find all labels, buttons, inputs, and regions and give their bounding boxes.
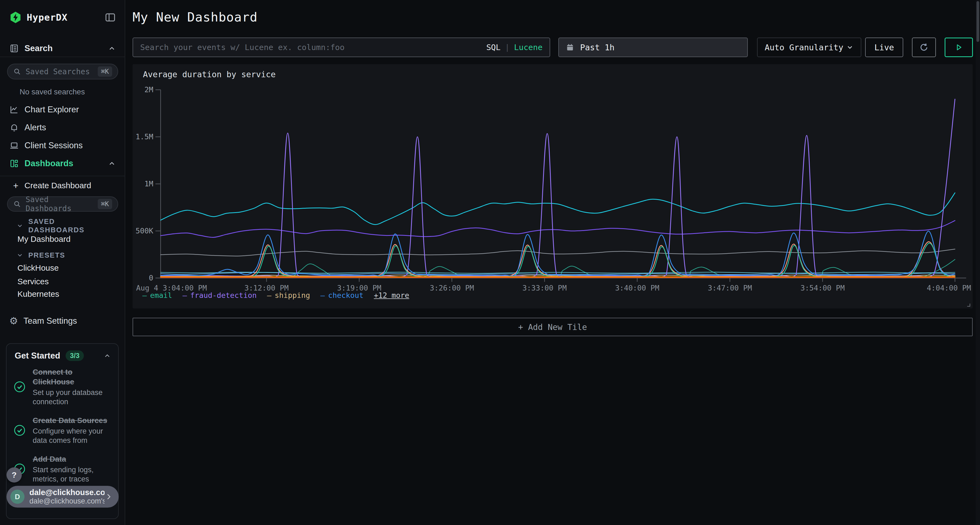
x-tick-label: 3:47:00 PM: [708, 284, 752, 292]
hyperdx-logo-icon: [9, 11, 22, 24]
chevron-up-icon[interactable]: [108, 159, 116, 168]
scrollbar-thumb[interactable]: [977, 1, 979, 42]
collapse-sidebar-icon[interactable]: [105, 12, 116, 23]
saved-searches-placeholder: Saved Searches: [25, 67, 98, 76]
journal-icon: [9, 43, 19, 53]
legend-label: fraud-detection: [190, 291, 257, 300]
team-settings-label: Team Settings: [24, 316, 77, 326]
event-search-input[interactable]: Search your events w/ Lucene ex. column:…: [132, 38, 550, 57]
chevron-up-icon[interactable]: [108, 44, 116, 52]
series-checkout: [161, 231, 955, 276]
get-started-header[interactable]: Get Started 3/3: [15, 351, 111, 361]
live-button[interactable]: Live: [865, 38, 903, 57]
legend-swatch: —: [183, 291, 187, 300]
sidebar-item-client-sessions[interactable]: Client Sessions: [0, 137, 125, 154]
logo-row: HyperDX: [0, 10, 125, 25]
legend-item[interactable]: —checkout: [320, 291, 363, 300]
gear-icon: ⚙: [9, 315, 18, 327]
series-unlabeled: [161, 249, 955, 256]
app-title: HyperDX: [27, 12, 105, 23]
sidebar-section-search[interactable]: Search: [0, 40, 125, 57]
get-started-item[interactable]: Add DataStart sending logs,metrics, or t…: [14, 454, 113, 484]
search-icon: [13, 200, 21, 208]
chevron-right-icon: [105, 493, 113, 501]
y-tick-label: 1.5M: [135, 132, 153, 141]
y-tick-label: 1M: [144, 179, 153, 188]
sidebar-item-clickhouse[interactable]: ClickHouse: [0, 262, 125, 274]
dashboard-tile[interactable]: Average duration by service 0500K1M1.5M2…: [132, 64, 973, 308]
event-search-placeholder: Search your events w/ Lucene ex. column:…: [140, 43, 486, 52]
series-unlabeled: [161, 193, 955, 225]
legend-item[interactable]: —shipping: [267, 291, 310, 300]
check-circle-icon: [14, 424, 25, 436]
section-saved-dashboards[interactable]: SAVED DASHBOARDS: [0, 219, 125, 232]
legend-item[interactable]: —fraud-detection: [183, 291, 257, 300]
get-started-title: Get Started: [15, 351, 60, 361]
sidebar: HyperDX Search Saved Se: [0, 0, 125, 525]
add-new-tile-button[interactable]: + Add New Tile: [132, 318, 973, 336]
legend-label: email: [150, 291, 172, 300]
sidebar-item-alerts[interactable]: Alerts: [0, 119, 125, 136]
sidebar-item-dashboards[interactable]: Dashboards: [0, 155, 125, 172]
saved-dashboards-placeholder: Saved Dashboards: [25, 195, 98, 213]
sidebar-item-chart-explorer[interactable]: Chart Explorer: [0, 101, 125, 118]
run-query-button[interactable]: [945, 38, 973, 57]
get-started-item-text: Add DataStart sending logs,metrics, or t…: [33, 454, 113, 484]
section-presets[interactable]: PRESETS: [0, 249, 125, 262]
no-saved-searches-text: No saved searches: [0, 87, 125, 97]
granularity-select[interactable]: Auto Granularity: [757, 38, 861, 57]
get-started-item-desc: Start sending logs,metrics, or traces: [33, 465, 113, 484]
create-dashboard-button[interactable]: + Create Dashboard: [0, 178, 125, 193]
legend-swatch: —: [320, 291, 325, 300]
get-started-item[interactable]: Connect toClickHouseSet up your database…: [14, 367, 113, 406]
user-org: dale@clickhouse.com's: [29, 497, 105, 505]
x-tick-label: 4:04:00 PM: [927, 284, 971, 292]
get-started-item-desc: Set up your databaseconnection: [33, 388, 113, 406]
sql-toggle[interactable]: SQL: [486, 43, 500, 52]
time-range-picker[interactable]: Past 1h: [558, 38, 748, 57]
get-started-item-text: Connect toClickHouseSet up your database…: [33, 367, 113, 406]
sidebar-item-label: Client Sessions: [24, 141, 116, 151]
legend-more-link[interactable]: +12 more: [374, 291, 409, 300]
legend-swatch: —: [267, 291, 271, 300]
scrollbar[interactable]: [976, 0, 980, 525]
saved-searches-input[interactable]: Saved Searches ⌘K: [7, 63, 118, 79]
user-menu[interactable]: D dale@clickhouse.com dale@clickhouse.co…: [6, 486, 119, 508]
dashboards-icon: [9, 159, 19, 168]
get-started-items: Connect toClickHouseSet up your database…: [14, 367, 113, 484]
get-started-badge: 3/3: [65, 351, 84, 361]
series-unlabeled: [161, 273, 955, 274]
app-root: HyperDX Search Saved Se: [0, 0, 980, 525]
legend-item[interactable]: —email: [142, 291, 172, 300]
sidebar-item-label: Chart Explorer: [24, 105, 116, 114]
resize-handle-icon[interactable]: [966, 302, 970, 307]
sidebar-item-kubernetes[interactable]: Kubernetes: [0, 288, 125, 300]
sidebar-item-services[interactable]: Services: [0, 275, 125, 288]
sidebar-item-team-settings[interactable]: ⚙ Team Settings: [0, 312, 125, 330]
get-started-item-desc: Configure where yourdata comes from: [33, 427, 113, 445]
get-started-item-title: Add Data: [33, 454, 113, 464]
legend-swatch: —: [142, 291, 147, 300]
search-icon: [13, 67, 21, 76]
chevron-down-icon: [16, 252, 24, 259]
chevron-up-icon[interactable]: [103, 352, 111, 360]
sidebar-item-my-dashboard[interactable]: My Dashboard: [0, 233, 125, 245]
y-tick-label: 2M: [144, 86, 153, 94]
user-texts: dale@clickhouse.com dale@clickhouse.com'…: [29, 488, 105, 505]
page-title: My New Dashboard: [132, 10, 258, 24]
lucene-toggle[interactable]: Lucene: [514, 43, 542, 52]
x-tick-label: 3:40:00 PM: [615, 284, 660, 292]
saved-dashboards-input[interactable]: Saved Dashboards ⌘K: [7, 197, 118, 212]
query-language-toggle: SQL | Lucene: [486, 43, 542, 52]
refresh-button[interactable]: [912, 38, 936, 57]
kbd-shortcut: ⌘K: [98, 67, 112, 77]
sidebar-item-label: Dashboards: [24, 159, 108, 168]
y-tick-label: 0: [149, 274, 153, 282]
get-started-item[interactable]: Create Data SourcesConfigure where yourd…: [14, 416, 113, 445]
chart-legend: —email—fraud-detection—shipping—checkout…: [142, 291, 409, 300]
bell-icon: [9, 123, 19, 132]
line-chart: 0500K1M1.5M2MAug 4 3:04:00 PM3:12:00 PM3…: [132, 64, 973, 308]
sidebar-item-label: Alerts: [24, 123, 116, 132]
help-button[interactable]: ?: [6, 467, 22, 482]
sidebar-divider: [0, 176, 125, 176]
